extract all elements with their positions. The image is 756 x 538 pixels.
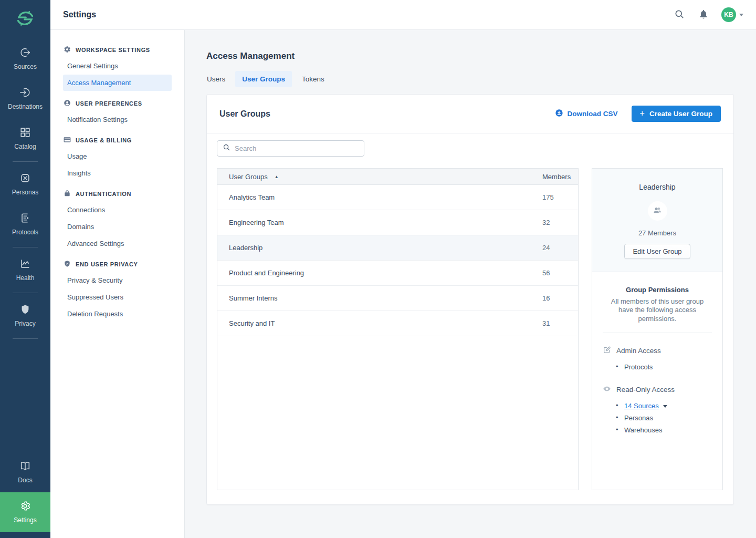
table-row[interactable]: Analytics Team 175 [217,185,578,210]
table-row[interactable]: Summer Interns 16 [217,286,578,311]
permission-item: Protocols [616,361,712,373]
members-count-cell: 56 [540,269,578,277]
read-only-access-section: Read-Only Access 14 Sources Personas War… [603,385,712,436]
nav-item-insights[interactable]: Insights [63,165,172,181]
people-icon [652,205,663,218]
permissions-title: Group Permissions [603,286,712,294]
topbar-actions: KB [673,7,743,22]
gear-icon [64,46,71,54]
nav-item-connections[interactable]: Connections [63,202,172,218]
nav-item-notification-settings[interactable]: Notification Settings [63,111,172,128]
group-name-cell: Leadership [217,244,540,252]
search-icon [674,9,685,21]
sidebar-divider [13,161,38,162]
column-header-user-groups[interactable]: User Groups ▲ [217,173,540,181]
group-avatar [648,201,667,221]
sidebar-item-label: Settings [14,516,36,524]
table-and-detail: User Groups ▲ Members Analytics Team 175 [217,168,721,490]
nav-item-advanced-settings[interactable]: Advanced Settings [63,235,172,252]
sidebar-item-sources[interactable]: Sources [0,39,50,79]
segment-logo-icon [15,8,35,30]
tab-tokens[interactable]: Tokens [295,71,331,87]
nav-section-title: Authentication [76,191,131,197]
search-button[interactable] [673,8,686,22]
nav-section-header: Workspace Settings [63,46,172,57]
avatar: KB [721,7,736,22]
right-column: Settings KB [50,0,756,538]
sidebar-item-settings[interactable]: Settings [0,492,50,532]
sidebar-item-health[interactable]: Health [0,250,50,290]
card-body: User Groups ▲ Members Analytics Team 175 [207,133,733,504]
nav-section-workspace-settings: Workspace Settings General Settings Acce… [63,46,172,91]
sidebar-item-catalog[interactable]: Catalog [0,119,50,159]
sidebar-item-label: Privacy [15,320,35,327]
sidebar-item-label: Protocols [12,229,38,236]
nav-item-domains[interactable]: Domains [63,219,172,235]
nav-section-authentication: Authentication Connections Domains Advan… [63,190,172,252]
group-name-cell: Product and Engineering [217,269,540,277]
nav-item-usage[interactable]: Usage [63,148,172,164]
table-row-selected[interactable]: Leadership 24 [217,235,578,261]
sources-count-link[interactable]: 14 Sources [624,402,659,410]
group-name-cell: Engineering Team [217,219,540,226]
page-title: Settings [63,10,96,19]
group-detail-summary: Leadership [592,169,722,272]
download-csv-button[interactable]: Download CSV [555,109,618,119]
sidebar-item-label: Sources [14,63,37,70]
nav-section-header: Usage & Billing [63,136,172,148]
nav-item-general-settings[interactable]: General Settings [63,58,172,74]
create-user-group-button[interactable]: + Create User Group [632,106,721,122]
privacy-shield-icon [19,304,31,315]
sidebar-item-label: Docs [18,477,32,484]
primary-sidebar: Sources Destinations Catalog [0,0,50,538]
search-input[interactable] [235,144,359,152]
table-row[interactable]: Product and Engineering 56 [217,261,578,286]
destinations-icon [19,87,31,98]
eye-icon [603,385,611,395]
chevron-down-icon[interactable] [663,405,667,408]
nav-item-deletion-requests[interactable]: Deletion Requests [63,306,172,322]
user-groups-card: User Groups Download [206,94,734,505]
edit-user-group-button[interactable]: Edit User Group [624,244,690,259]
sidebar-item-privacy[interactable]: Privacy [0,296,50,336]
sidebar-item-label: Catalog [14,143,36,150]
tab-users[interactable]: Users [200,71,232,87]
group-members-count: 27 Members [601,229,714,237]
sidebar-item-label: Personas [12,189,39,196]
sidebar-item-protocols[interactable]: Protocols [0,204,50,244]
app-window: Sources Destinations Catalog [0,0,756,538]
admin-access-items: Protocols [603,361,712,373]
permission-item: 14 Sources [616,400,712,412]
members-count-cell: 175 [540,193,578,201]
nav-section-usage-billing: Usage & Billing Usage Insights [63,136,172,181]
sidebar-item-label: Destinations [8,103,43,110]
group-name-cell: Analytics Team [217,193,540,201]
segment-logo[interactable] [0,0,50,39]
table-row[interactable]: Engineering Team 32 [217,210,578,235]
topbar: Settings KB [50,0,756,30]
sidebar-item-destinations[interactable]: Destinations [0,79,50,119]
content-row: Workspace Settings General Settings Acce… [50,30,756,538]
sidebar-item-docs[interactable]: Docs [0,452,50,492]
nav-section-title: User Preferences [76,100,142,107]
nav-section-header: User Preferences [63,99,172,111]
credit-card-icon [64,136,71,144]
create-user-group-label: Create User Group [649,110,712,118]
nav-item-access-management[interactable]: Access Management [63,75,172,91]
nav-item-privacy-security[interactable]: Privacy & Security [63,272,172,288]
sidebar-item-personas[interactable]: Personas [0,164,50,204]
table-row[interactable]: Security and IT 31 [217,311,578,336]
edit-square-icon [603,346,611,356]
protocols-icon [19,212,31,224]
notifications-button[interactable] [697,8,710,22]
lock-icon [64,190,71,198]
account-menu[interactable]: KB [721,7,743,22]
column-header-label: User Groups [229,173,268,181]
read-only-access-label: Read-Only Access [616,386,675,394]
nav-item-suppressed-users[interactable]: Suppressed Users [63,289,172,305]
nav-section-header: End User Privacy [63,260,172,272]
download-icon [555,109,563,119]
nav-section-title: End User Privacy [76,261,138,267]
tab-user-groups[interactable]: User Groups [235,71,292,87]
nav-section-title: Usage & Billing [76,137,132,143]
